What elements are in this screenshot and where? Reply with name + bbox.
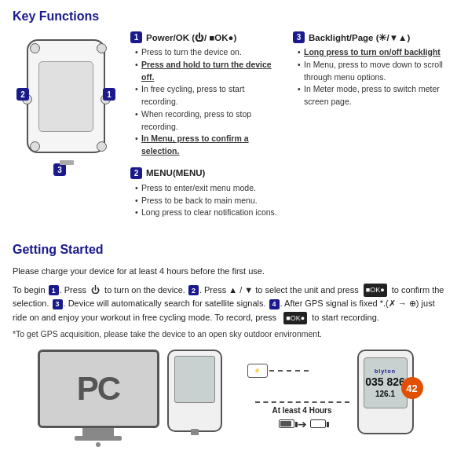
btn-bot-left [30, 141, 40, 152]
kf-num-3: 3 [293, 31, 305, 43]
getting-started-section: Getting Started Please charge your devic… [13, 243, 444, 339]
kf-bullet: Press to enter/exit menu mode. [135, 182, 282, 195]
key-functions-section: 1 2 3 1 Power/OK (⏻/ ■OK●) Press to turn… [13, 31, 444, 229]
kf-item-power: 1 Power/OK (⏻/ ■OK●) Press to turn the d… [130, 31, 282, 158]
gps-speed: 035 826 [365, 375, 405, 389]
badge-1: 1 [103, 88, 115, 101]
kf-bullet: Long press to turn on/off backlight [298, 46, 444, 59]
kf-title-menu: MENU(MENU) [146, 168, 205, 178]
btn-top-right [97, 43, 107, 53]
kf-item-backlight: 3 Backlight/Page (✳/▼▲) Long press to tu… [293, 31, 444, 108]
getting-started-title: Getting Started [13, 243, 444, 257]
gps-device-right: blyton 035 826 126.1 42 [357, 350, 420, 444]
kf-bullet: Press to turn the device on. [135, 46, 282, 59]
monitor-screen: PC [38, 350, 159, 428]
gps-branding: blyton [375, 368, 396, 375]
kf-bullet: In Meter mode, press to switch meter scr… [298, 83, 444, 108]
usb-port [60, 160, 74, 165]
badge-3: 3 [53, 163, 66, 176]
battery-full-icon [279, 419, 294, 428]
cable-icon: ⚡ [254, 368, 261, 374]
gps-bottom-num: 126.1 [375, 389, 395, 399]
gs-note: *To get GPS acquisition, please take the… [13, 329, 444, 339]
at-least-label: At least 4 Hours [272, 406, 331, 415]
battery-arrow-row: ➔ [279, 418, 326, 430]
inline-badge-1: 1 [49, 285, 59, 295]
kf-columns: 1 Power/OK (⏻/ ■OK●) Press to turn the d… [130, 31, 444, 229]
kf-bullet: When recording, press to stop recording. [135, 108, 282, 134]
kf-header-menu: 2 MENU(MENU) [130, 167, 282, 179]
kf-bullets-backlight: Long press to turn on/off backlight In M… [293, 46, 444, 108]
kf-col-right: 3 Backlight/Page (✳/▼▲) Long press to tu… [293, 31, 444, 229]
inline-badge-3: 3 [53, 299, 63, 309]
kf-title-backlight: Backlight/Page (✳/▼▲) [309, 32, 410, 43]
pc-label: PC [77, 370, 119, 408]
kf-bullet: Press to be back to main menu. [135, 195, 282, 207]
gs-para-2: To begin 1. Press ⏻ to turn on the devic… [13, 284, 444, 325]
badge-2: 2 [16, 88, 29, 101]
kf-bullet: Press and hold to turn the device off. [135, 59, 282, 84]
charge-screen [174, 356, 215, 403]
cable-bubble: ⚡ [247, 364, 268, 378]
dotted-cable [269, 370, 309, 372]
kf-bullet: Long press to clear notification icons. [135, 207, 282, 219]
kf-item-menu: 2 MENU(MENU) Press to enter/exit menu mo… [130, 167, 282, 219]
charge-device [167, 350, 222, 432]
inline-badge-2: 2 [188, 285, 199, 295]
monitor-stand [82, 428, 114, 436]
dotted-main-line [255, 401, 349, 403]
charge-group: ⚡ [167, 350, 246, 444]
ok-badge-1: ■OK● [364, 284, 387, 296]
kf-num-2: 2 [130, 167, 142, 179]
kf-col-left: 1 Power/OK (⏻/ ■OK●) Press to turn the d… [130, 31, 282, 229]
device-body [27, 39, 105, 153]
kf-bullet: In Menu, press to confirm a selection. [135, 133, 282, 158]
device-screen [38, 61, 93, 132]
key-functions-title: Key Functions [13, 9, 444, 24]
gps-circle-badge: 42 [401, 377, 423, 399]
kf-num-1: 1 [130, 31, 142, 43]
kf-bullets-menu: Press to enter/exit menu mode. Press to … [130, 182, 282, 219]
usb-nub [191, 429, 199, 435]
btn-bot-right [97, 141, 107, 152]
battery-fill [280, 421, 291, 427]
kf-title-power: Power/OK (⏻/ ■OK●) [146, 33, 236, 42]
arrow-icon: ➔ [298, 418, 307, 430]
at-least-group: At least 4 Hours ➔ [255, 364, 349, 430]
inline-badge-4: 4 [269, 299, 280, 309]
bottom-illustration: PC ⚡ At least 4 Hours ➔ [13, 350, 444, 444]
gs-para-1: Please charge your device for at least 4… [13, 265, 444, 279]
kf-bullet: In free cycling, press to start recordin… [135, 83, 282, 108]
monitor-dot [96, 442, 101, 447]
kf-bullets-power: Press to turn the device on. Press and h… [130, 46, 282, 158]
kf-header-power: 1 Power/OK (⏻/ ■OK●) [130, 31, 282, 43]
device-illustration: 1 2 3 [13, 31, 122, 181]
gps-screen-right: blyton 035 826 126.1 [364, 357, 408, 408]
kf-bullet: In Menu, press to move down to scroll th… [298, 59, 444, 84]
pc-monitor: PC [38, 350, 159, 444]
btn-top-left [30, 43, 40, 53]
kf-header-backlight: 3 Backlight/Page (✳/▼▲) [293, 31, 444, 43]
ok-badge-2: ■OK● [283, 312, 307, 324]
battery-empty-icon [310, 419, 326, 428]
monitor-base [75, 436, 122, 441]
